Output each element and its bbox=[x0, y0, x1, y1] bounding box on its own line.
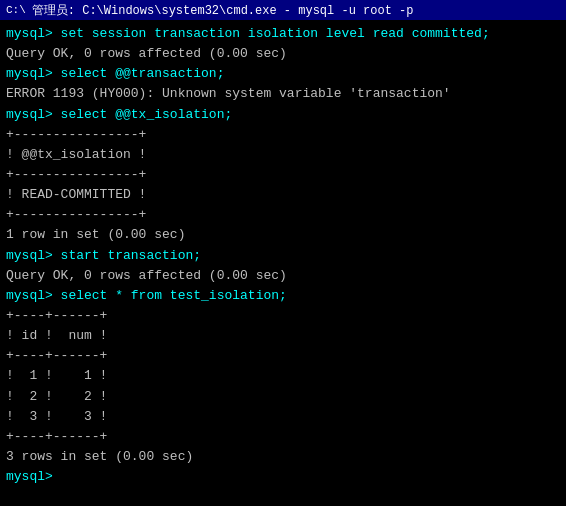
terminal-line: Query OK, 0 rows affected (0.00 sec) bbox=[6, 44, 560, 64]
title-bar: C:\ 管理员: C:\Windows\system32\cmd.exe - m… bbox=[0, 0, 566, 20]
terminal-line: Query OK, 0 rows affected (0.00 sec) bbox=[6, 266, 560, 286]
terminal-line: 1 row in set (0.00 sec) bbox=[6, 225, 560, 245]
terminal[interactable]: mysql> set session transaction isolation… bbox=[0, 20, 566, 491]
terminal-line: mysql> select * from test_isolation; bbox=[6, 286, 560, 306]
terminal-line: ERROR 1193 (HY000): Unknown system varia… bbox=[6, 84, 560, 104]
terminal-line: +----------------+ bbox=[6, 165, 560, 185]
terminal-line: +----+------+ bbox=[6, 306, 560, 326]
terminal-line: mysql> select @@tx_isolation; bbox=[6, 105, 560, 125]
terminal-line: ! 3 ! 3 ! bbox=[6, 407, 560, 427]
terminal-line: mysql> bbox=[6, 467, 560, 487]
terminal-line: 3 rows in set (0.00 sec) bbox=[6, 447, 560, 467]
title-bar-icon: C:\ bbox=[6, 4, 26, 16]
terminal-line: ! id ! num ! bbox=[6, 326, 560, 346]
terminal-line: ! READ-COMMITTED ! bbox=[6, 185, 560, 205]
terminal-line: +----+------+ bbox=[6, 427, 560, 447]
terminal-line: mysql> set session transaction isolation… bbox=[6, 24, 560, 44]
terminal-line: ! @@tx_isolation ! bbox=[6, 145, 560, 165]
title-bar-text: 管理员: C:\Windows\system32\cmd.exe - mysql… bbox=[32, 2, 414, 19]
terminal-line: mysql> select @@transaction; bbox=[6, 64, 560, 84]
terminal-line: +----+------+ bbox=[6, 346, 560, 366]
terminal-line: mysql> start transaction; bbox=[6, 246, 560, 266]
terminal-line: +----------------+ bbox=[6, 205, 560, 225]
terminal-line: +----------------+ bbox=[6, 125, 560, 145]
terminal-line: ! 1 ! 1 ! bbox=[6, 366, 560, 386]
terminal-line: ! 2 ! 2 ! bbox=[6, 387, 560, 407]
